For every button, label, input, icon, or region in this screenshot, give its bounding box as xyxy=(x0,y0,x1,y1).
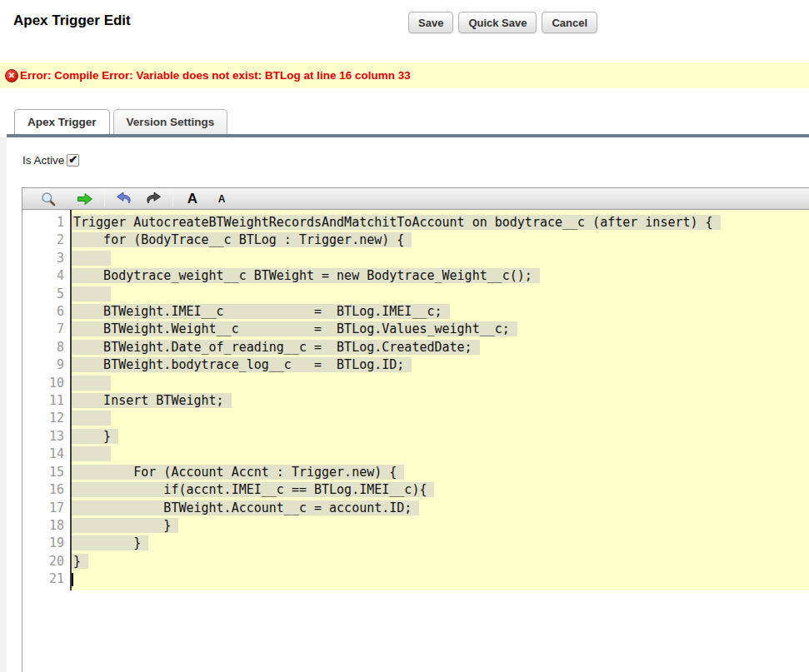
code-line[interactable]: if(accnt.IMEI__c == BTLog.IMEI__c){ xyxy=(72,481,809,499)
selected-code-text: } xyxy=(72,429,118,444)
page-title: Apex Trigger Edit xyxy=(13,12,131,29)
selected-code-text xyxy=(72,411,111,426)
goto-arrow-icon[interactable] xyxy=(76,191,94,207)
code-line[interactable]: BTWeight.bodytrace_log__c = BTLog.ID; xyxy=(72,356,809,374)
font-increase-icon[interactable]: A xyxy=(183,191,202,207)
code-line[interactable] xyxy=(72,375,809,392)
selected-code-text xyxy=(72,286,111,301)
selected-code-text: Bodytrace_weight__c BTWeight = new Bodyt… xyxy=(72,268,540,283)
undo-icon[interactable] xyxy=(115,191,133,207)
header-button-row: Save Quick Save Cancel xyxy=(408,12,597,33)
font-decrease-icon[interactable]: A xyxy=(212,191,231,207)
cancel-button[interactable]: Cancel xyxy=(542,12,597,33)
error-message: Error: Compile Error: Variable does not … xyxy=(20,69,411,82)
selected-code-text: BTWeight.Date_of_reading__c = BTLog.Crea… xyxy=(72,340,480,355)
code-line[interactable] xyxy=(72,250,809,267)
quick-save-button[interactable]: Quick Save xyxy=(458,12,537,33)
tab-version-settings[interactable]: Version Settings xyxy=(113,109,228,134)
is-active-row: Is Active ✔ xyxy=(22,154,79,167)
tab-bar: Apex Trigger Version Settings xyxy=(14,109,227,134)
selected-code-text: For (Account Accnt : Trigger.new) { xyxy=(72,465,404,480)
apex-trigger-edit-page: Apex Trigger Edit Save Quick Save Cancel… xyxy=(0,0,809,672)
line-number: 4 xyxy=(22,267,64,285)
line-number: 11 xyxy=(22,392,64,410)
line-number: 3 xyxy=(22,250,64,267)
editor-body[interactable]: 123456789101112131415161718192021 Trigge… xyxy=(22,210,809,672)
selected-code-text xyxy=(72,251,111,266)
line-number: 18 xyxy=(22,517,64,535)
page-left-margin xyxy=(0,137,7,672)
code-line[interactable]: BTWeight.Date_of_reading__c = BTLog.Crea… xyxy=(72,339,809,356)
line-number: 15 xyxy=(22,464,64,481)
save-button[interactable]: Save xyxy=(408,12,453,33)
code-line[interactable]: } xyxy=(72,535,809,552)
code-line[interactable]: Trigger AutocreateBTWeightRecordsAndMatc… xyxy=(72,214,809,231)
selected-code-text: } xyxy=(72,535,148,550)
line-number: 17 xyxy=(22,500,64,517)
code-line[interactable]: for (BodyTrace__c BTLog : Trigger.new) { xyxy=(72,231,809,249)
line-number: 9 xyxy=(22,356,64,374)
code-line[interactable]: } xyxy=(72,517,809,535)
code-line[interactable]: BTWeight.IMEI__c = BTLog.IMEI__c; xyxy=(72,303,809,321)
code-editor: A A 123456789101112131415161718192021 Tr… xyxy=(22,187,809,672)
search-icon[interactable] xyxy=(39,191,57,207)
code-line[interactable] xyxy=(72,446,809,463)
code-text xyxy=(73,571,75,586)
line-number: 21 xyxy=(22,570,64,588)
selected-code-text: } xyxy=(72,554,88,569)
toolbar-separator xyxy=(172,192,173,207)
line-number: 12 xyxy=(22,410,64,427)
redo-icon[interactable] xyxy=(144,191,162,207)
code-line[interactable]: BTWeight.Weight__c = BTLog.Values_weight… xyxy=(72,321,809,338)
selected-code-text xyxy=(72,446,111,461)
error-banner: ✕ Error: Compile Error: Variable does no… xyxy=(0,62,809,88)
code-line[interactable]: Insert BTWeight; xyxy=(72,392,809,410)
code-line[interactable] xyxy=(72,410,809,427)
error-circle-x-icon: ✕ xyxy=(5,69,18,82)
line-number: 16 xyxy=(22,481,64,499)
is-active-checkbox[interactable]: ✔ xyxy=(67,154,79,167)
line-number: 13 xyxy=(22,428,64,446)
selected-code-text xyxy=(72,376,111,391)
selected-code-text: BTWeight.Account__c = account.ID; xyxy=(72,500,419,515)
line-number: 6 xyxy=(22,303,64,321)
code-area[interactable]: Trigger AutocreateBTWeightRecordsAndMatc… xyxy=(72,210,809,672)
line-number-gutter: 123456789101112131415161718192021 xyxy=(22,210,72,672)
line-number: 5 xyxy=(22,286,64,303)
line-number: 8 xyxy=(22,339,64,356)
code-line[interactable]: For (Account Accnt : Trigger.new) { xyxy=(72,464,809,481)
line-number: 14 xyxy=(22,446,64,463)
code-line[interactable]: } xyxy=(72,428,809,446)
line-number: 20 xyxy=(22,553,64,570)
line-number: 2 xyxy=(22,231,64,249)
selected-code-text: } xyxy=(72,518,178,533)
is-active-label: Is Active xyxy=(22,154,64,167)
code-line[interactable] xyxy=(72,286,809,303)
line-number: 1 xyxy=(22,214,64,231)
code-line[interactable] xyxy=(72,570,809,588)
line-number: 19 xyxy=(22,535,64,552)
code-line[interactable]: } xyxy=(72,553,809,570)
selected-code-text: BTWeight.bodytrace_log__c = BTLog.ID; xyxy=(72,357,412,372)
tab-panel-border xyxy=(7,134,809,137)
selected-code-text: Insert BTWeight; xyxy=(72,393,232,408)
selected-code-text: Trigger AutocreateBTWeightRecordsAndMatc… xyxy=(72,215,721,230)
selected-code-text: for (BodyTrace__c BTLog : Trigger.new) { xyxy=(72,232,412,247)
code-line[interactable]: Bodytrace_weight__c BTWeight = new Bodyt… xyxy=(72,267,809,285)
toolbar-separator xyxy=(104,192,105,207)
checkmark-icon: ✔ xyxy=(68,153,77,166)
line-number: 7 xyxy=(22,321,64,338)
selected-code-text: BTWeight.IMEI__c = BTLog.IMEI__c; xyxy=(72,304,450,319)
editor-toolbar: A A xyxy=(22,188,809,210)
code-line[interactable]: BTWeight.Account__c = account.ID; xyxy=(72,500,809,517)
selected-code-text: if(accnt.IMEI__c == BTLog.IMEI__c){ xyxy=(72,482,434,497)
line-number: 10 xyxy=(22,375,64,392)
tab-apex-trigger[interactable]: Apex Trigger xyxy=(14,109,110,134)
selected-code-text: BTWeight.Weight__c = BTLog.Values_weight… xyxy=(72,321,517,336)
